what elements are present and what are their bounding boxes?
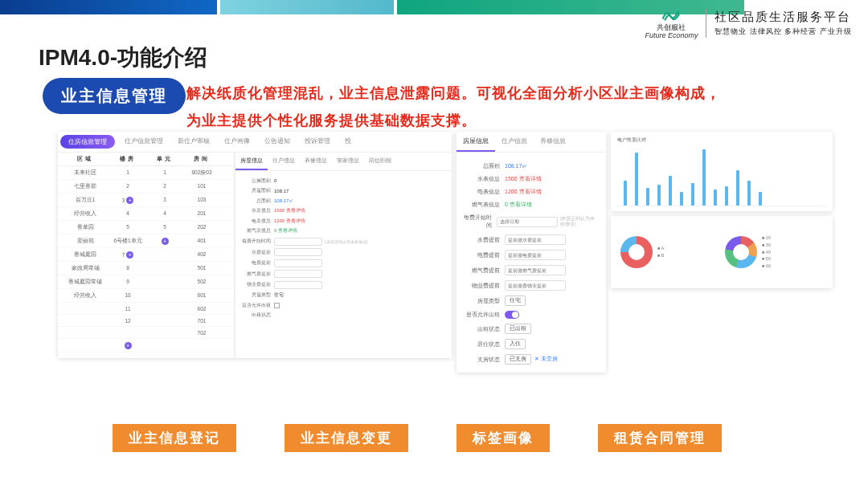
table-row[interactable]: 香城庭园常铺9502: [58, 275, 234, 289]
screenshot-main-table: 住房信息管理住户信息管理新住户审核住户画像公告通知投诉管理投 区域楼房单元房间未…: [58, 132, 452, 358]
bar-chart-title: 电户性质比对: [617, 137, 826, 144]
input-电费提前[interactable]: [274, 259, 322, 267]
input-电费提前[interactable]: [505, 250, 566, 260]
table-row[interactable]: 11602: [58, 303, 234, 315]
bar: [624, 181, 627, 206]
bar: [669, 176, 672, 206]
input-水费提前[interactable]: [505, 234, 566, 245]
bar: [714, 189, 717, 206]
donut-chart-2: [725, 236, 757, 268]
feature-pill: 业主信息登记: [113, 424, 236, 452]
tab-2[interactable]: 新住户审核: [170, 132, 217, 152]
logo-en: Future Economy: [645, 31, 698, 39]
btab-2[interactable]: 养修信息: [534, 132, 572, 152]
tab-1[interactable]: 住户信息管理: [117, 132, 170, 152]
bar: [657, 185, 661, 206]
table-row[interactable]: 经营收入10601: [58, 289, 234, 303]
screenshot-charts: 电户性质比对 性别比例 AB 2030405060: [611, 132, 833, 292]
section-pill: 业主信息管理: [44, 79, 184, 112]
donut-chart-1: [620, 236, 653, 268]
input-物业费提前[interactable]: [505, 280, 566, 291]
table-row[interactable]: 爱丽苑6号楼1单元+401: [58, 234, 234, 248]
subtab-0[interactable]: 房屋信息: [235, 153, 268, 170]
table-row[interactable]: 家政局常铺8501: [58, 262, 234, 275]
page-title: IPM4.0-功能介绍: [39, 43, 207, 73]
subtab-3[interactable]: 管家信息: [332, 153, 364, 170]
bar: [759, 192, 762, 206]
input-物业费提前[interactable]: [274, 281, 322, 289]
tab-3[interactable]: 住户画像: [217, 132, 257, 152]
btab-0[interactable]: 房屋信息: [457, 132, 495, 152]
bar: [736, 170, 739, 206]
bar: [702, 149, 706, 206]
feature-pill: 租赁合同管理: [598, 424, 722, 452]
tab-4[interactable]: 公告通知: [257, 132, 297, 152]
input-每费开始时间[interactable]: [497, 217, 558, 227]
table-row[interactable]: 香城庭园7 +402: [58, 248, 234, 262]
section-desc: 解决纸质化管理混乱，业主信息泄露问题。可视化全面分析小区业主画像构成，为业主提供…: [186, 79, 765, 134]
btab-1[interactable]: 住户信息: [495, 132, 534, 152]
tab-0[interactable]: 住房信息管理: [60, 135, 115, 149]
tab-6[interactable]: 投: [338, 132, 358, 152]
bar: [691, 183, 694, 206]
subtab-2[interactable]: 养修信息: [300, 153, 332, 170]
table-row[interactable]: 七里香郡22101: [58, 180, 234, 194]
bar: [747, 181, 751, 206]
input-每费开始时间[interactable]: [274, 238, 322, 246]
brand-sub: 智慧物业 法律风控 多种经营 产业升级: [714, 26, 852, 37]
bar: [635, 153, 638, 206]
subtab-1[interactable]: 住户信息: [268, 153, 300, 170]
screenshot-detail-form: 房屋信息住户信息养修信息 总面积108.17㎡水表值息1500 查看详情电表值息…: [457, 132, 606, 373]
table-row[interactable]: 经营收入44201: [58, 207, 234, 221]
feature-pill: 业主信息变更: [285, 424, 408, 452]
checkbox-是否允许出租[interactable]: [274, 303, 280, 308]
brand-title: 社区品质生活服务平台: [714, 10, 851, 25]
input-燃气费提前[interactable]: [505, 265, 566, 275]
bar: [725, 186, 728, 206]
table-row[interactable]: 百万庄13 +3103: [58, 194, 234, 207]
tab-5[interactable]: 投诉管理: [297, 132, 338, 152]
input-燃气费提前[interactable]: [274, 270, 322, 278]
feature-pill: 标签画像: [457, 424, 550, 452]
table-row[interactable]: 未来社区11802按03: [58, 166, 234, 180]
header-brand: 共创服社 Future Economy 社区品质生活服务平台 智慧物业 法律风控…: [645, 6, 852, 39]
subtab-4[interactable]: 岗位职能: [364, 153, 396, 170]
table-row[interactable]: 香草园55202: [58, 221, 234, 234]
logo-icon: [661, 6, 682, 22]
table-row[interactable]: 12701: [58, 315, 234, 327]
bar: [680, 192, 683, 206]
toggle-是否允许出租[interactable]: [505, 311, 519, 319]
table-row[interactable]: 702: [58, 327, 234, 339]
input-水费提前[interactable]: [274, 248, 322, 256]
bar: [646, 188, 649, 206]
